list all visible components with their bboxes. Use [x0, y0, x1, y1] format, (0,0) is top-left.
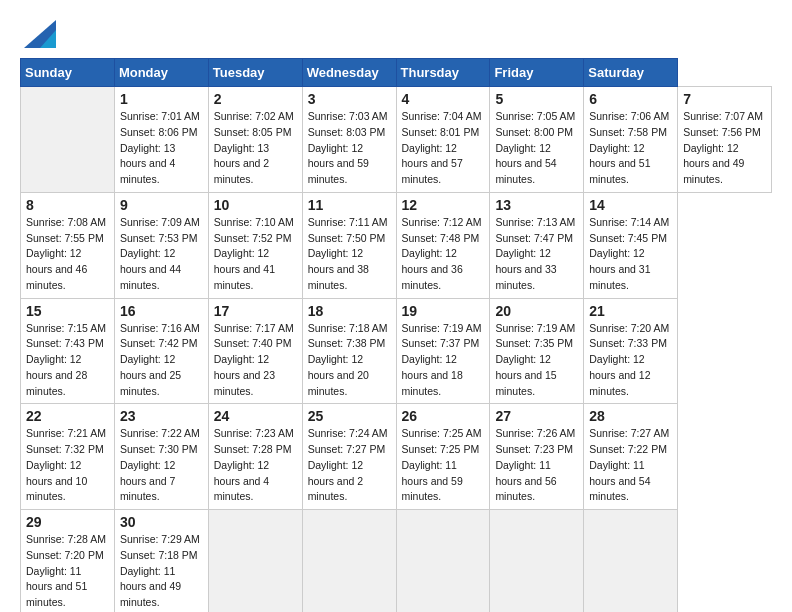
day-number: 30	[120, 514, 203, 530]
col-header-thursday: Thursday	[396, 59, 490, 87]
day-number: 11	[308, 197, 391, 213]
daylight: Daylight: 12 hours and 49 minutes.	[683, 141, 766, 188]
sun-info: Sunrise: 7:13 AM Sunset: 7:47 PM Dayligh…	[495, 215, 578, 294]
sunrise: Sunrise: 7:21 AM	[26, 426, 109, 442]
sunrise: Sunrise: 7:06 AM	[589, 109, 672, 125]
calendar-cell: 30 Sunrise: 7:29 AM Sunset: 7:18 PM Dayl…	[114, 510, 208, 613]
sun-info: Sunrise: 7:11 AM Sunset: 7:50 PM Dayligh…	[308, 215, 391, 294]
daylight: Daylight: 12 hours and 33 minutes.	[495, 246, 578, 293]
day-number: 8	[26, 197, 109, 213]
week-row-3: 15 Sunrise: 7:15 AM Sunset: 7:43 PM Dayl…	[21, 298, 772, 404]
sun-info: Sunrise: 7:16 AM Sunset: 7:42 PM Dayligh…	[120, 321, 203, 400]
daylight: Daylight: 12 hours and 18 minutes.	[402, 352, 485, 399]
calendar-cell	[490, 510, 584, 613]
sunrise: Sunrise: 7:26 AM	[495, 426, 578, 442]
calendar-cell: 20 Sunrise: 7:19 AM Sunset: 7:35 PM Dayl…	[490, 298, 584, 404]
calendar-cell: 13 Sunrise: 7:13 AM Sunset: 7:47 PM Dayl…	[490, 192, 584, 298]
calendar-body: 1 Sunrise: 7:01 AM Sunset: 8:06 PM Dayli…	[21, 87, 772, 613]
sunrise: Sunrise: 7:18 AM	[308, 321, 391, 337]
calendar-cell: 4 Sunrise: 7:04 AM Sunset: 8:01 PM Dayli…	[396, 87, 490, 193]
sunset: Sunset: 7:53 PM	[120, 231, 203, 247]
sunrise: Sunrise: 7:17 AM	[214, 321, 297, 337]
sun-info: Sunrise: 7:22 AM Sunset: 7:30 PM Dayligh…	[120, 426, 203, 505]
day-number: 17	[214, 303, 297, 319]
calendar-cell: 7 Sunrise: 7:07 AM Sunset: 7:56 PM Dayli…	[678, 87, 772, 193]
sun-info: Sunrise: 7:03 AM Sunset: 8:03 PM Dayligh…	[308, 109, 391, 188]
sunset: Sunset: 7:20 PM	[26, 548, 109, 564]
sunrise: Sunrise: 7:09 AM	[120, 215, 203, 231]
sunset: Sunset: 7:38 PM	[308, 336, 391, 352]
sun-info: Sunrise: 7:10 AM Sunset: 7:52 PM Dayligh…	[214, 215, 297, 294]
day-number: 25	[308, 408, 391, 424]
sunset: Sunset: 7:28 PM	[214, 442, 297, 458]
day-number: 23	[120, 408, 203, 424]
sun-info: Sunrise: 7:24 AM Sunset: 7:27 PM Dayligh…	[308, 426, 391, 505]
sun-info: Sunrise: 7:14 AM Sunset: 7:45 PM Dayligh…	[589, 215, 672, 294]
sunset: Sunset: 8:01 PM	[402, 125, 485, 141]
page-header	[20, 20, 772, 48]
daylight: Daylight: 11 hours and 51 minutes.	[26, 564, 109, 611]
daylight: Daylight: 11 hours and 59 minutes.	[402, 458, 485, 505]
calendar-cell: 25 Sunrise: 7:24 AM Sunset: 7:27 PM Dayl…	[302, 404, 396, 510]
calendar-cell: 22 Sunrise: 7:21 AM Sunset: 7:32 PM Dayl…	[21, 404, 115, 510]
daylight: Daylight: 12 hours and 54 minutes.	[495, 141, 578, 188]
daylight: Daylight: 12 hours and 31 minutes.	[589, 246, 672, 293]
day-number: 24	[214, 408, 297, 424]
sunset: Sunset: 7:55 PM	[26, 231, 109, 247]
daylight: Daylight: 12 hours and 36 minutes.	[402, 246, 485, 293]
calendar-cell	[21, 87, 115, 193]
sunrise: Sunrise: 7:02 AM	[214, 109, 297, 125]
sun-info: Sunrise: 7:17 AM Sunset: 7:40 PM Dayligh…	[214, 321, 297, 400]
sunset: Sunset: 7:30 PM	[120, 442, 203, 458]
day-number: 13	[495, 197, 578, 213]
sun-info: Sunrise: 7:02 AM Sunset: 8:05 PM Dayligh…	[214, 109, 297, 188]
sun-info: Sunrise: 7:05 AM Sunset: 8:00 PM Dayligh…	[495, 109, 578, 188]
sunset: Sunset: 7:50 PM	[308, 231, 391, 247]
calendar-cell	[208, 510, 302, 613]
sun-info: Sunrise: 7:26 AM Sunset: 7:23 PM Dayligh…	[495, 426, 578, 505]
calendar-cell: 8 Sunrise: 7:08 AM Sunset: 7:55 PM Dayli…	[21, 192, 115, 298]
daylight: Daylight: 12 hours and 2 minutes.	[308, 458, 391, 505]
sunset: Sunset: 7:37 PM	[402, 336, 485, 352]
daylight: Daylight: 12 hours and 4 minutes.	[214, 458, 297, 505]
calendar-cell: 14 Sunrise: 7:14 AM Sunset: 7:45 PM Dayl…	[584, 192, 678, 298]
sunrise: Sunrise: 7:04 AM	[402, 109, 485, 125]
day-number: 22	[26, 408, 109, 424]
daylight: Daylight: 12 hours and 10 minutes.	[26, 458, 109, 505]
calendar-cell: 10 Sunrise: 7:10 AM Sunset: 7:52 PM Dayl…	[208, 192, 302, 298]
sunset: Sunset: 7:52 PM	[214, 231, 297, 247]
sun-info: Sunrise: 7:04 AM Sunset: 8:01 PM Dayligh…	[402, 109, 485, 188]
daylight: Daylight: 12 hours and 44 minutes.	[120, 246, 203, 293]
sun-info: Sunrise: 7:29 AM Sunset: 7:18 PM Dayligh…	[120, 532, 203, 611]
sunset: Sunset: 7:27 PM	[308, 442, 391, 458]
daylight: Daylight: 12 hours and 20 minutes.	[308, 352, 391, 399]
sunrise: Sunrise: 7:19 AM	[495, 321, 578, 337]
sunset: Sunset: 7:45 PM	[589, 231, 672, 247]
header-row: SundayMondayTuesdayWednesdayThursdayFrid…	[21, 59, 772, 87]
calendar-cell	[302, 510, 396, 613]
sunrise: Sunrise: 7:15 AM	[26, 321, 109, 337]
sun-info: Sunrise: 7:21 AM Sunset: 7:32 PM Dayligh…	[26, 426, 109, 505]
daylight: Daylight: 12 hours and 57 minutes.	[402, 141, 485, 188]
day-number: 1	[120, 91, 203, 107]
sun-info: Sunrise: 7:08 AM Sunset: 7:55 PM Dayligh…	[26, 215, 109, 294]
sunset: Sunset: 8:05 PM	[214, 125, 297, 141]
sunset: Sunset: 7:22 PM	[589, 442, 672, 458]
daylight: Daylight: 12 hours and 25 minutes.	[120, 352, 203, 399]
calendar-cell: 21 Sunrise: 7:20 AM Sunset: 7:33 PM Dayl…	[584, 298, 678, 404]
daylight: Daylight: 11 hours and 49 minutes.	[120, 564, 203, 611]
sunset: Sunset: 7:40 PM	[214, 336, 297, 352]
sunrise: Sunrise: 7:11 AM	[308, 215, 391, 231]
calendar-cell: 24 Sunrise: 7:23 AM Sunset: 7:28 PM Dayl…	[208, 404, 302, 510]
sunset: Sunset: 8:06 PM	[120, 125, 203, 141]
daylight: Daylight: 12 hours and 38 minutes.	[308, 246, 391, 293]
day-number: 15	[26, 303, 109, 319]
sun-info: Sunrise: 7:12 AM Sunset: 7:48 PM Dayligh…	[402, 215, 485, 294]
week-row-2: 8 Sunrise: 7:08 AM Sunset: 7:55 PM Dayli…	[21, 192, 772, 298]
sunset: Sunset: 7:18 PM	[120, 548, 203, 564]
day-number: 20	[495, 303, 578, 319]
sunrise: Sunrise: 7:20 AM	[589, 321, 672, 337]
sunrise: Sunrise: 7:25 AM	[402, 426, 485, 442]
col-header-tuesday: Tuesday	[208, 59, 302, 87]
calendar-cell: 18 Sunrise: 7:18 AM Sunset: 7:38 PM Dayl…	[302, 298, 396, 404]
